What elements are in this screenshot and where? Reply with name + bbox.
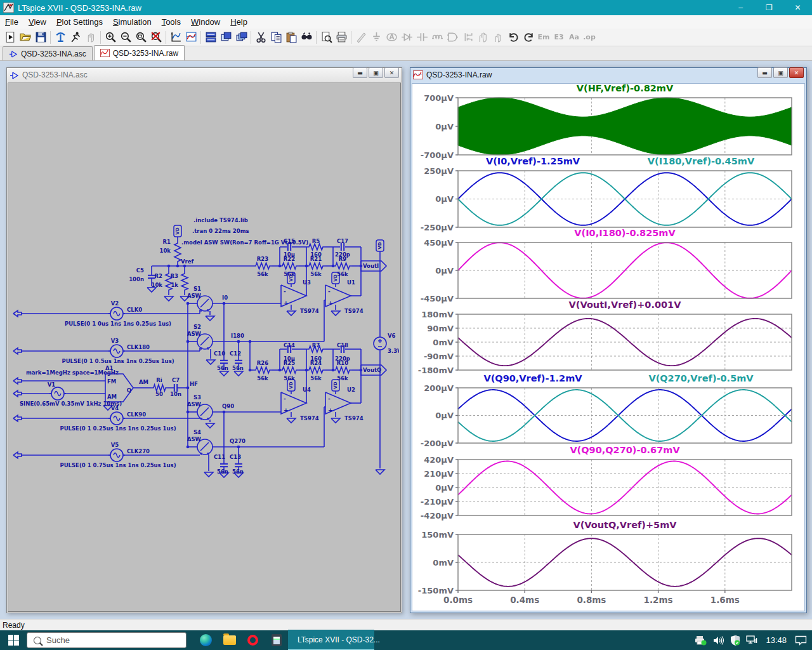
edge-icon	[200, 634, 212, 646]
defender-shield-icon[interactable]	[730, 635, 740, 646]
restore-button[interactable]: ❐	[755, 0, 783, 15]
symbol	[206, 360, 215, 364]
autorange-y-button[interactable]	[168, 30, 183, 45]
schematic-text: U3	[303, 279, 311, 286]
waveform-window: QSD-3253-INA.raw ▬ ▣ ✕ V(HF,Vref)-0.82mV…	[410, 67, 807, 613]
paste-button[interactable]	[284, 30, 299, 45]
menu-plot-settings[interactable]: Plot Settings	[51, 16, 108, 28]
tab-qsd-3253-ina.asc[interactable]: QSD-3253-INA.asc	[3, 46, 93, 60]
taskbar-app-edge[interactable]	[194, 630, 218, 650]
waveform-icon	[100, 49, 110, 57]
y-tick-label: 0mV	[433, 558, 454, 567]
wave-pane-6[interactable]: V(Q90,Q270)-0.67mV420µV210µV0µV-210µV-42…	[421, 445, 792, 521]
tab-qsd-3253-ina.raw[interactable]: QSD-3253-INA.raw	[94, 45, 185, 60]
schematic-close-button[interactable]: ✕	[384, 67, 399, 78]
run-simulation-button[interactable]	[68, 30, 83, 45]
add-plot-pane-button[interactable]	[203, 30, 218, 45]
redo-button[interactable]	[521, 30, 536, 45]
junction-dot	[305, 265, 308, 268]
symbol	[331, 418, 340, 423]
menu-file[interactable]: File	[0, 16, 23, 28]
schematic-text: CLK270	[127, 448, 150, 454]
toolbar: AEmE3Aa.op	[0, 29, 812, 46]
waveform-client[interactable]: V(HF,Vref)-0.82mV700µV0µV-700µVV(I0,Vref…	[412, 83, 805, 611]
wave-pane-5[interactable]: V(Q90,Vref)-1.2mVV(Q270,Vref)-0.5mV200µV…	[421, 373, 792, 448]
find-button[interactable]	[299, 30, 314, 45]
schematic-text: 10k	[160, 248, 171, 254]
wave-pane-7[interactable]: V(VoutQ,Vref)+5mV150mV0mV-150mV	[418, 520, 792, 595]
taskbar-app-file-explorer[interactable]	[218, 630, 241, 650]
zoom-in-button[interactable]	[103, 30, 118, 45]
menu-tools[interactable]: Tools	[157, 16, 186, 28]
action-center-icon[interactable]	[795, 635, 807, 646]
menu-view[interactable]: View	[23, 16, 51, 28]
ltspice-app-icon	[3, 3, 14, 13]
control-panel-probe-button[interactable]	[53, 30, 68, 45]
printer-tray-icon[interactable]	[695, 635, 707, 646]
menu-window[interactable]: Window	[186, 16, 225, 28]
schematic-text: 56k	[257, 375, 268, 381]
schematic-window-titlebar[interactable]: QSD-3253-INA.asc ▬ ▣ ✕	[7, 68, 402, 82]
save-button[interactable]	[33, 30, 48, 45]
ground-button	[369, 30, 384, 45]
zoom-out-button[interactable]	[118, 30, 133, 45]
open-button[interactable]	[18, 30, 33, 45]
symbol	[287, 418, 296, 423]
schematic-text: 56k	[310, 375, 322, 381]
waveform-close-button[interactable]: ✕	[789, 67, 804, 78]
opera-icon	[247, 635, 258, 646]
schematic-text: S4	[193, 429, 201, 435]
wave-pane-2[interactable]: V(I0,Vref)-1.25mVV(I180,Vref)-0.45mV250µ…	[421, 156, 792, 232]
zoom-full-extents-button[interactable]	[148, 30, 164, 45]
plot-settings-button[interactable]	[183, 30, 199, 45]
svg-text:VD: VD	[289, 381, 294, 388]
print-button[interactable]	[334, 30, 349, 45]
schematic-text: PULSE(0 1 0.25us 1ns 1ns 0.25us 1us)	[60, 425, 176, 432]
y-tick-label: -150mV	[418, 586, 454, 595]
start-button[interactable]	[0, 630, 27, 650]
symbol	[376, 470, 384, 474]
run-button[interactable]	[3, 30, 18, 45]
schematic-text: .include TS974.lib	[193, 217, 248, 223]
schematic-text: 56n	[217, 468, 228, 475]
menu-simulation[interactable]: Simulation	[108, 16, 157, 28]
taskbar-active-task[interactable]: LTspice XVII - QSD-32...	[288, 630, 374, 650]
print-preview-button[interactable]	[318, 30, 334, 45]
clock[interactable]: 13:48	[763, 635, 789, 645]
menu-help[interactable]: Help	[225, 16, 252, 28]
taskbar-app-opera[interactable]	[241, 630, 265, 650]
cascade-windows-button[interactable]	[233, 30, 249, 45]
symbol	[306, 244, 325, 250]
schematic-text: ASW	[187, 436, 202, 442]
waveform-minimize-button[interactable]: ▬	[757, 67, 772, 78]
toolbar-separator	[316, 31, 317, 44]
cut-button[interactable]	[253, 30, 268, 45]
undo-button[interactable]	[506, 30, 521, 45]
minimize-button[interactable]: –	[726, 0, 755, 15]
taskbar-app-calculator[interactable]	[265, 630, 288, 650]
desktop: LTspice XVII - QSD-3253-INA.raw – ❐ ✕ Fi…	[0, 0, 812, 650]
waveform-plot[interactable]: V(HF,Vref)-0.82mV700µV0µV-700µVV(I0,Vref…	[412, 84, 803, 609]
wave-pane-4[interactable]: V(VoutI,Vref)+0.001V180mV90mV0mV-90mV-18…	[418, 300, 792, 375]
schematic-minimize-button[interactable]: ▬	[353, 67, 367, 78]
tile-windows-button[interactable]	[218, 30, 233, 45]
move-button: Em	[536, 30, 551, 45]
close-button[interactable]: ✕	[783, 0, 812, 15]
network-icon[interactable]	[746, 635, 757, 645]
schematic-text: CLK0	[127, 307, 142, 313]
schematic-restore-button[interactable]: ▣	[369, 67, 383, 78]
symbol	[280, 367, 299, 373]
waveform-restore-button[interactable]: ▣	[773, 67, 788, 78]
search-box[interactable]: Suche	[27, 632, 187, 648]
app-title: LTspice XVII - QSD-3253-INA.raw	[18, 3, 141, 13]
junction-dot	[223, 411, 226, 414]
copy-button[interactable]	[268, 30, 284, 45]
schematic-canvas[interactable]: -+-+-+-+VDVDVDVDVDVD.include TS974.lib.t…	[8, 83, 401, 612]
schematic-text: VoutI	[363, 263, 379, 269]
schematic-text: R7	[312, 342, 320, 348]
waveform-window-titlebar[interactable]: QSD-3253-INA.raw ▬ ▣ ✕	[410, 68, 806, 82]
wave-pane-3[interactable]: V(I0,I180)-0.825mV450µV0µV-450µV	[421, 228, 792, 303]
zoom-back-button[interactable]	[133, 30, 148, 45]
volume-icon[interactable]	[713, 635, 724, 646]
wave-pane-1[interactable]: V(HF,Vref)-0.82mV700µV0µV-700µV	[421, 84, 792, 160]
